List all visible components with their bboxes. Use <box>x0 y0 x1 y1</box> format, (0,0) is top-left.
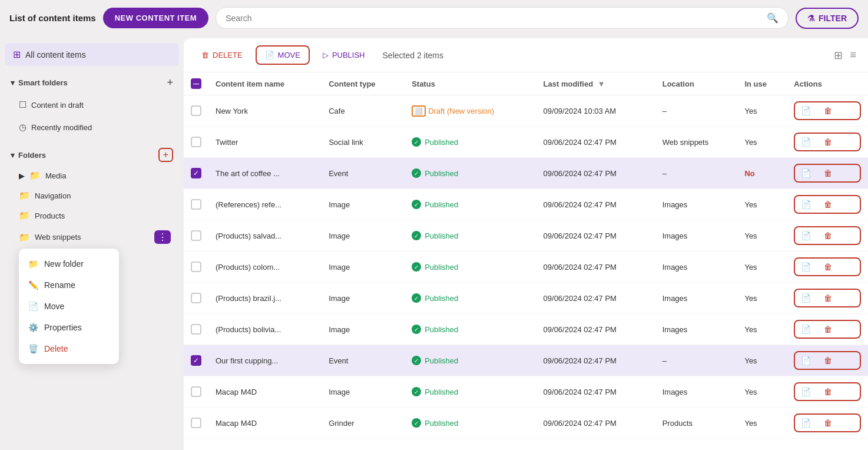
smart-folders-toggle[interactable]: ▾ Smart folders <box>11 78 68 87</box>
cell-status: Published <box>405 314 536 345</box>
published-icon <box>412 293 421 303</box>
delete-action-button[interactable]: 🗑 <box>819 353 837 368</box>
sidebar-item-products[interactable]: 📁 Products <box>5 206 179 226</box>
web-snippets-more-button[interactable]: ⋮ <box>154 230 171 244</box>
content-in-draft-label: Content in draft <box>31 101 84 110</box>
col-header-modified[interactable]: Last modified ▼ <box>536 72 655 95</box>
context-menu-item-rename[interactable]: ✏️ Rename <box>19 274 119 296</box>
cell-inuse: Yes <box>737 408 787 439</box>
sidebar-item-content-in-draft[interactable]: ☐ Content in draft <box>5 95 179 115</box>
cell-modified: 09/06/2024 02:47 PM <box>536 314 655 345</box>
cell-status: Published <box>405 376 536 408</box>
table-row: (Products) colom...ImagePublished09/06/2… <box>184 252 868 283</box>
status-label: Published <box>425 356 458 365</box>
context-menu-item-delete[interactable]: 🗑️ Delete <box>19 338 119 359</box>
edit-action-button[interactable]: 📄 <box>796 353 816 368</box>
table-row: The art of coffee ...EventPublished09/06… <box>184 158 868 189</box>
cell-inuse: Yes <box>737 220 787 252</box>
context-menu-item-move[interactable]: 📄 Move <box>19 296 119 317</box>
content-toolbar: 🗑 DELETE 📄 MOVE ▷ PUBLISH Selected 2 ite… <box>184 38 868 72</box>
folder-media-label: Media <box>45 171 66 180</box>
move-button[interactable]: 📄 MOVE <box>256 45 310 65</box>
edit-action-button[interactable]: 📄 <box>796 322 816 336</box>
cell-name: New York <box>208 95 322 127</box>
delete-action-button[interactable]: 🗑 <box>819 416 837 430</box>
sort-desc-icon: ▼ <box>598 80 605 88</box>
edit-action-button[interactable]: 📄 <box>796 291 816 305</box>
context-menu-item-properties[interactable]: ⚙️ Properties <box>19 317 119 338</box>
edit-action-button[interactable]: 📄 <box>796 385 816 399</box>
filter-button[interactable]: ⚗ FILTER <box>796 8 859 29</box>
col-header-location: Location <box>655 72 738 95</box>
cell-location: Products <box>655 408 738 439</box>
table-header-row: Content item name Content type Status La… <box>184 72 868 95</box>
delete-action-button[interactable]: 🗑 <box>819 135 837 149</box>
add-smart-folder-button[interactable]: + <box>167 77 173 89</box>
new-content-button[interactable]: NEW CONTENT ITEM <box>103 8 208 28</box>
delete-action-button[interactable]: 🗑 <box>819 197 837 211</box>
sidebar-item-recently-modified[interactable]: ◷ Recently modified <box>5 117 179 137</box>
row-checkbox[interactable] <box>191 418 201 428</box>
cell-status: Published <box>405 189 536 220</box>
row-checkbox[interactable] <box>191 386 201 397</box>
recently-modified-label: Recently modified <box>31 123 92 132</box>
edit-action-button[interactable]: 📄 <box>796 135 816 149</box>
row-checkbox[interactable] <box>191 293 201 303</box>
edit-action-button[interactable]: 📄 <box>796 166 816 180</box>
delete-action-button[interactable]: 🗑 <box>819 322 837 336</box>
row-checkbox[interactable] <box>191 262 201 272</box>
grid-view-button[interactable]: ⊞ <box>831 47 845 64</box>
list-view-button[interactable]: ≡ <box>847 47 859 64</box>
row-checkbox[interactable] <box>191 137 201 147</box>
row-checkbox[interactable] <box>191 230 201 241</box>
search-input[interactable] <box>226 14 762 23</box>
published-icon <box>412 325 421 334</box>
cell-inuse: Yes <box>737 283 787 314</box>
table-row: (Products) salvad...ImagePublished09/06/… <box>184 220 868 252</box>
folders-header: ▾ Folders + <box>5 144 179 166</box>
row-checkbox[interactable] <box>191 355 201 366</box>
status-label: Published <box>425 419 458 428</box>
edit-action-button[interactable]: 📄 <box>796 260 816 274</box>
add-folder-button[interactable]: + <box>158 148 173 162</box>
edit-action-button[interactable]: 📄 <box>796 197 816 211</box>
status-label: Published <box>425 294 458 303</box>
published-icon <box>412 231 421 240</box>
new-folder-icon: 📁 <box>28 259 38 269</box>
delete-action-button[interactable]: 🗑 <box>819 291 837 305</box>
row-checkbox[interactable] <box>191 199 201 210</box>
cell-actions: 📄 🗑 <box>787 283 868 314</box>
row-checkbox[interactable] <box>191 324 201 335</box>
table-row: (References) refe...ImagePublished09/06/… <box>184 189 868 220</box>
delete-action-button[interactable]: 🗑 <box>819 385 837 399</box>
sidebar-item-web-snippets[interactable]: 📁 Web snippets ⋮ <box>5 226 179 249</box>
sidebar-item-navigation[interactable]: 📁 Navigation <box>5 186 179 206</box>
delete-action-button[interactable]: 🗑 <box>819 104 837 118</box>
cell-actions: 📄 🗑 <box>787 189 868 220</box>
edit-action-button[interactable]: 📄 <box>796 416 816 430</box>
move-toolbar-label: MOVE <box>278 51 300 59</box>
edit-action-button[interactable]: 📄 <box>796 104 816 118</box>
sidebar-item-media[interactable]: ▶ 📁 Media <box>5 166 179 186</box>
header-checkbox[interactable] <box>191 78 201 89</box>
cell-type: Cafe <box>322 95 405 127</box>
actions-container: 📄 🗑 <box>794 320 861 339</box>
cell-status: Published <box>405 127 536 158</box>
delete-button[interactable]: 🗑 DELETE <box>193 47 251 64</box>
publish-button[interactable]: ▷ PUBLISH <box>314 47 373 64</box>
col-header-inuse: In use <box>737 72 787 95</box>
cell-name: Macap M4D <box>208 376 322 408</box>
selected-info: Selected 2 items <box>383 51 444 60</box>
cell-status: Published <box>405 158 536 189</box>
context-menu-item-new-folder[interactable]: 📁 New folder <box>19 253 119 274</box>
delete-action-button[interactable]: 🗑 <box>819 229 837 243</box>
row-checkbox[interactable] <box>191 168 201 178</box>
edit-action-button[interactable]: 📄 <box>796 229 816 243</box>
folders-toggle[interactable]: ▾ Folders <box>11 151 46 160</box>
delete-action-button[interactable]: 🗑 <box>819 166 837 180</box>
row-checkbox[interactable] <box>191 105 201 116</box>
delete-action-button[interactable]: 🗑 <box>819 260 837 274</box>
all-content-items-link[interactable]: ⊞ All content items <box>5 43 179 66</box>
cell-status: ⬜Draft (New version) <box>405 95 536 127</box>
folder-icon-media: 📁 <box>29 170 41 181</box>
